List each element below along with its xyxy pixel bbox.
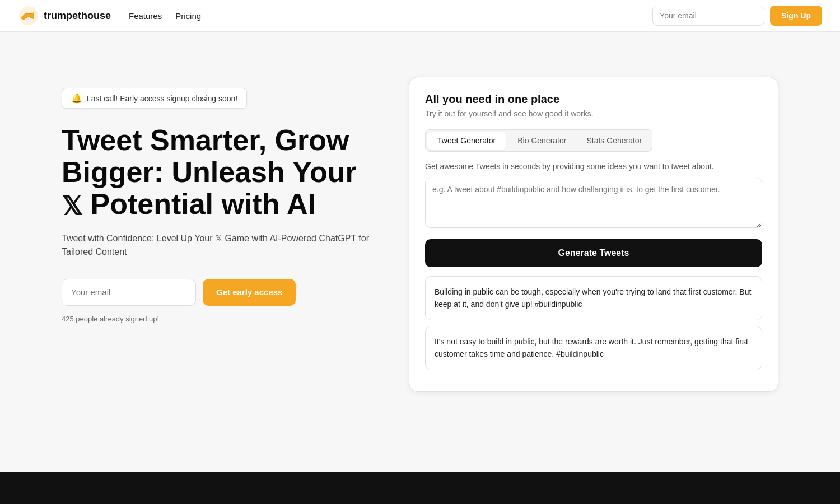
card-subtitle: Try it out for yourself and see how good… — [425, 109, 762, 118]
tweet-result-1: Building in public can be tough, especia… — [425, 276, 762, 320]
bell-icon: 🔔 — [71, 93, 82, 104]
hero-title-part1: Tweet Smarter, Grow Bigger: Unleash Your — [62, 124, 357, 188]
nav-right: Sign Up — [652, 6, 822, 26]
navbar: trumpethouse Features Pricing Sign Up — [0, 0, 840, 32]
main-content: 🔔 Last call! Early access signup closing… — [28, 32, 812, 426]
banner-text: Last call! Early access signup closing s… — [87, 94, 237, 103]
hero-subtitle: Tweet with Confidence: Level Up Your 𝕏 G… — [62, 232, 375, 259]
logo-text: trumpethouse — [44, 10, 111, 22]
tab-stats-generator[interactable]: Stats Generator — [576, 130, 652, 151]
generate-tweets-button[interactable]: Generate Tweets — [425, 239, 762, 267]
tabs: Tweet Generator Bio Generator Stats Gene… — [425, 129, 652, 152]
x-logo: 𝕏 — [62, 192, 82, 221]
right-section: All you need in one place Try it out for… — [409, 77, 778, 392]
signup-count: 425 people already signed up! — [62, 315, 375, 323]
svg-point-1 — [21, 16, 25, 20]
logo-link[interactable]: trumpethouse — [18, 5, 111, 26]
nav-links: Features Pricing — [129, 11, 652, 21]
nav-email-input[interactable] — [652, 6, 764, 26]
tweet-result-2: It's not easy to build in public, but th… — [425, 326, 762, 370]
tab-tweet-generator[interactable]: Tweet Generator — [427, 132, 506, 150]
left-section: 🔔 Last call! Early access signup closing… — [62, 77, 375, 323]
hero-email-input[interactable] — [62, 279, 196, 306]
get-early-access-button[interactable]: Get early access — [203, 279, 296, 306]
hero-cta: Get early access — [62, 279, 375, 306]
nav-link-features[interactable]: Features — [129, 11, 162, 21]
logo-icon — [18, 5, 39, 26]
footer — [0, 472, 840, 504]
tab-description: Get awesome Tweets in seconds by providi… — [425, 162, 762, 171]
nav-signup-button[interactable]: Sign Up — [770, 6, 822, 26]
nav-link-pricing[interactable]: Pricing — [175, 11, 201, 21]
hero-title-part2: Potential with AI — [82, 188, 316, 220]
early-access-banner: 🔔 Last call! Early access signup closing… — [62, 88, 247, 109]
demo-card: All you need in one place Try it out for… — [409, 77, 778, 392]
card-title: All you need in one place — [425, 93, 762, 106]
tweet-idea-input[interactable] — [425, 178, 762, 228]
hero-title: Tweet Smarter, Grow Bigger: Unleash Your… — [62, 124, 375, 221]
tab-bio-generator[interactable]: Bio Generator — [507, 130, 576, 151]
